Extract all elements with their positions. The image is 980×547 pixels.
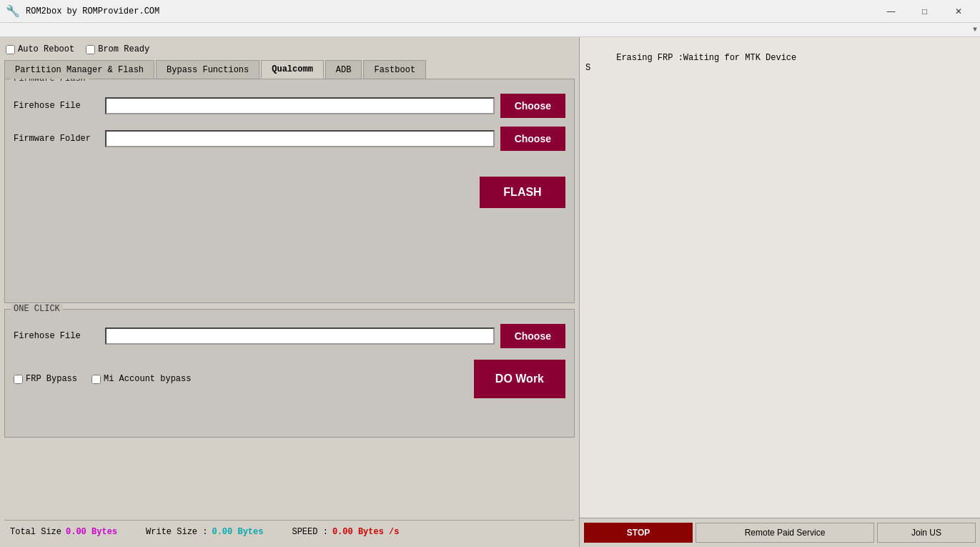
speed-value: 0.00 Bytes /s (332, 527, 400, 537)
tab-partition[interactable]: Partition Manager & Flash (4, 60, 154, 79)
app-title: ROM2box by ROMProvider.COM (26, 6, 159, 16)
tab-adb-label: ADB (336, 65, 352, 75)
one-click-section: ONE CLICK Firehose File Choose FRP Bypas… (4, 309, 575, 438)
tab-bypass[interactable]: Bypass Functions (156, 60, 259, 79)
auto-reboot-checkbox-label[interactable]: Auto Reboot (6, 44, 74, 54)
tabs-row: Partition Manager & Flash Bypass Functio… (4, 60, 575, 79)
stop-button[interactable]: STOP (584, 523, 693, 543)
right-panel: Erasing FRP :Waiting for MTK Device S ST… (579, 37, 980, 547)
firmware-folder-choose-button[interactable]: Choose (500, 127, 565, 151)
write-size-item: Write Size : 0.00 Bytes (146, 527, 263, 537)
firmware-folder-label: Firmware Folder (14, 134, 99, 144)
brom-ready-checkbox-label[interactable]: Brom Ready (86, 44, 149, 54)
brom-ready-label: Brom Ready (98, 44, 149, 54)
minimize-button[interactable]: — (875, 1, 907, 22)
app-icon: 🔧 (6, 4, 20, 19)
one-click-section-label: ONE CLICK (11, 304, 63, 314)
speed-item: SPEED : 0.00 Bytes /s (292, 527, 399, 537)
remote-paid-service-button[interactable]: Remote Paid Service (696, 523, 874, 543)
one-click-firehose-row: Firehose File Choose (14, 324, 565, 348)
total-size-label: Total Size (10, 527, 61, 537)
tab-fastboot-label: Fastboot (374, 65, 415, 75)
auto-reboot-label: Auto Reboot (18, 44, 74, 54)
firmware-folder-input[interactable] (105, 130, 495, 147)
frp-bypass-checkbox-label[interactable]: FRP Bypass (14, 374, 77, 384)
mi-account-checkbox-label[interactable]: Mi Account bypass (91, 374, 191, 384)
firmware-folder-row: Firmware Folder Choose (14, 127, 565, 151)
titlebar-left: 🔧 ROM2box by ROMProvider.COM (6, 4, 159, 19)
tab-qualcomm-label: Qualcomm (272, 64, 313, 74)
tab-partition-label: Partition Manager & Flash (15, 65, 144, 75)
one-click-choose-button[interactable]: Choose (500, 324, 565, 348)
left-panel: Auto Reboot Brom Ready Partition Manager… (0, 37, 579, 547)
mi-account-checkbox[interactable] (91, 375, 101, 384)
do-work-button[interactable]: DO Work (474, 360, 565, 398)
status-bar: Total Size 0.00 Bytes Write Size : 0.00 … (4, 520, 575, 543)
firehose-choose-button[interactable]: Choose (500, 94, 565, 118)
firmware-flash-section: Firmware Flash Firehose File Choose Firm… (4, 79, 575, 303)
frp-bypass-label: FRP Bypass (26, 374, 77, 384)
console-buttons: STOP Remote Paid Service Join US (580, 518, 980, 547)
main-content: Auto Reboot Brom Ready Partition Manager… (0, 37, 980, 547)
bypass-checkboxes: FRP Bypass Mi Account bypass (14, 374, 191, 384)
mi-account-label: Mi Account bypass (104, 374, 191, 384)
flash-button[interactable]: FLASH (480, 177, 565, 208)
write-size-label: Write Size : (146, 527, 207, 537)
scroll-arrow-icon: ▼ (973, 26, 977, 34)
auto-reboot-checkbox[interactable] (6, 45, 15, 54)
speed-label: SPEED : (292, 527, 327, 537)
close-button[interactable]: ✕ (942, 1, 974, 22)
tab-fastboot[interactable]: Fastboot (363, 60, 426, 79)
tab-qualcomm[interactable]: Qualcomm (261, 60, 324, 79)
join-us-button[interactable]: Join US (877, 523, 976, 543)
console-area: Erasing FRP :Waiting for MTK Device S (580, 37, 980, 518)
total-size-item: Total Size 0.00 Bytes (10, 527, 117, 537)
one-click-firehose-input[interactable] (105, 327, 495, 345)
panel-content: Firmware Flash Firehose File Choose Firm… (4, 79, 575, 520)
titlebar-controls: — □ ✕ (875, 1, 974, 22)
scroll-indicator: ▼ (0, 23, 980, 37)
console-text: Erasing FRP :Waiting for MTK Device S (585, 53, 796, 73)
write-size-value: 0.00 Bytes (212, 527, 263, 537)
firehose-file-input[interactable] (105, 97, 495, 114)
brom-ready-checkbox[interactable] (86, 45, 95, 54)
options-row: Auto Reboot Brom Ready (4, 41, 575, 60)
tab-adb[interactable]: ADB (325, 60, 362, 79)
firmware-flash-section-label: Firmware Flash (11, 79, 89, 84)
one-click-firehose-label: Firehose File (14, 331, 99, 341)
bypass-row: FRP Bypass Mi Account bypass DO Work (14, 360, 565, 398)
maximize-button[interactable]: □ (909, 1, 941, 22)
tab-bypass-label: Bypass Functions (167, 65, 249, 75)
titlebar: 🔧 ROM2box by ROMProvider.COM — □ ✕ (0, 0, 980, 23)
firehose-file-label: Firehose File (14, 101, 99, 111)
frp-bypass-checkbox[interactable] (14, 375, 23, 384)
total-size-value: 0.00 Bytes (66, 527, 117, 537)
firehose-file-row: Firehose File Choose (14, 94, 565, 118)
